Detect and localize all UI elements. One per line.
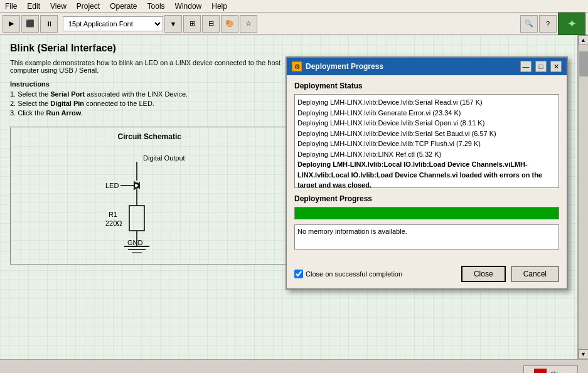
help-button[interactable]: ? xyxy=(539,15,557,33)
alignment-button[interactable]: ⊞ xyxy=(183,15,201,33)
svg-text:220Ω: 220Ω xyxy=(105,219,122,227)
font-size-dropdown[interactable]: ▼ xyxy=(164,15,182,33)
modal-maximize-btn[interactable]: □ xyxy=(535,61,547,72)
log-entry-6: Deploying LMH-LINX.lvlib:Local IO.lvlib:… xyxy=(297,159,556,188)
menu-tools[interactable]: Tools xyxy=(145,1,168,12)
bottom-bar: Stop xyxy=(0,359,588,373)
modal-title: Deployment Progress xyxy=(306,62,516,71)
menu-window[interactable]: Window xyxy=(173,1,205,12)
menu-view[interactable]: View xyxy=(48,1,69,12)
search-button[interactable]: 🔍 xyxy=(520,15,538,33)
layout-button[interactable]: ⊟ xyxy=(202,15,220,33)
modal-title-icon: ⚙ xyxy=(292,61,302,71)
run-button[interactable]: ▶ xyxy=(3,15,20,33)
modal-close-btn[interactable]: ✕ xyxy=(550,61,562,72)
modal-minimize-btn[interactable]: — xyxy=(520,61,532,72)
svg-text:R1: R1 xyxy=(109,211,117,218)
scroll-thumb[interactable] xyxy=(579,51,588,76)
svg-text:LED: LED xyxy=(105,182,119,189)
progress-bar-fill xyxy=(295,208,559,219)
close-on-success-label[interactable]: Close on successful completion xyxy=(294,270,456,278)
menu-file[interactable]: File xyxy=(3,1,19,12)
color-button[interactable]: 🎨 xyxy=(221,15,238,33)
menu-operate[interactable]: Operate xyxy=(107,1,139,12)
dialog-close-btn[interactable]: Close xyxy=(461,266,506,282)
deployment-progress-label: Deployment Progress xyxy=(294,194,559,203)
close-on-success-checkbox[interactable] xyxy=(294,270,303,278)
stop-icon xyxy=(534,369,547,374)
log-entry-2: Deploying LMH-LINX.lvlib:Device.lvlib:Se… xyxy=(297,118,556,129)
stop-button[interactable]: Stop xyxy=(523,365,578,374)
svg-rect-8 xyxy=(129,206,144,231)
toolbar: ▶ ⬛ ⏸ 15pt Application Font ▼ ⊞ ⊟ 🎨 ☆ 🔍 … xyxy=(0,13,588,35)
log-entry-3: Deploying LMH-LINX.lvlib:Device.lvlib:Se… xyxy=(297,129,556,139)
dialog-cancel-btn[interactable]: Cancel xyxy=(511,266,559,282)
menu-project[interactable]: Project xyxy=(74,1,102,12)
log-entry-4: Deploying LMH-LINX.lvlib:Device.lvlib:TC… xyxy=(297,139,556,149)
deployment-status-label: Deployment Status xyxy=(294,81,559,90)
scroll-down-btn[interactable]: ▼ xyxy=(579,349,589,359)
right-scrollbar[interactable]: ▲ ▼ xyxy=(578,35,588,359)
progress-bar-container xyxy=(294,207,559,219)
memory-info: No memory information is available. xyxy=(294,224,559,250)
log-entry-0: Deploying LMH-LINX.lvlib:Device.lvlib:Se… xyxy=(297,97,556,108)
scroll-up-btn[interactable]: ▲ xyxy=(579,35,589,45)
menu-bar: File Edit View Project Operate Tools Win… xyxy=(0,0,588,13)
close-on-success-text: Close on successful completion xyxy=(306,270,402,278)
log-entry-1: Deploying LMH-LINX.lvlib:Generate Error.… xyxy=(297,108,556,118)
status-log[interactable]: Deploying LMH-LINX.lvlib:Device.lvlib:Se… xyxy=(294,94,559,188)
labview-icon: ✦ xyxy=(558,13,585,35)
description: This example demonstrates how to blink a… xyxy=(10,59,286,74)
deployment-dialog[interactable]: ⚙ Deployment Progress — □ ✕ Deployment S… xyxy=(286,56,568,290)
log-entry-5: Deploying LMH-LINX.lvlib:LINX Ref.ctl (5… xyxy=(297,149,556,160)
pause-button[interactable]: ⏸ xyxy=(40,15,58,33)
menu-edit[interactable]: Edit xyxy=(24,1,43,12)
modal-titlebar: ⚙ Deployment Progress — □ ✕ xyxy=(287,58,567,75)
menu-help[interactable]: Help xyxy=(209,1,230,12)
svg-text:GND: GND xyxy=(127,239,143,246)
scroll-track[interactable] xyxy=(579,45,588,349)
font-selector[interactable]: 15pt Application Font xyxy=(63,16,163,31)
stop-toolbar-button[interactable]: ⬛ xyxy=(21,15,39,33)
extra-button[interactable]: ☆ xyxy=(240,15,257,33)
modal-footer: Close on successful completion Close Can… xyxy=(287,262,567,288)
circuit-title: Circuit Schematic xyxy=(16,132,284,141)
stop-label: Stop xyxy=(550,370,567,373)
circuit-box: Circuit Schematic Digital Output LED xyxy=(10,127,289,265)
modal-body: Deployment Status Deploying LMH-LINX.lvl… xyxy=(287,75,567,262)
svg-text:Digital Output: Digital Output xyxy=(143,154,185,162)
circuit-diagram: Digital Output LED xyxy=(16,146,284,259)
page-title: Blink (Serial Interface) xyxy=(10,43,567,54)
